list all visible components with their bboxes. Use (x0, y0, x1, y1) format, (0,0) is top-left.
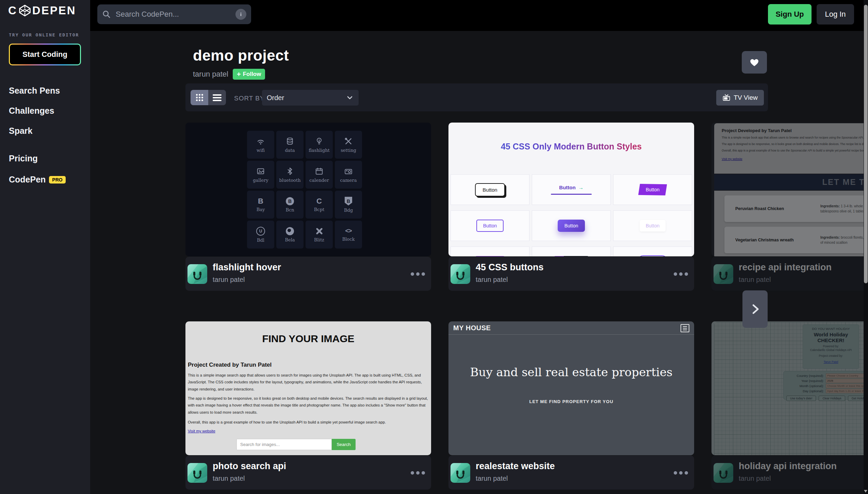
codepen-logo[interactable]: C DEPEN (8, 4, 76, 17)
tile-flashlight: flashlight (306, 131, 333, 159)
more-options-button[interactable] (679, 272, 683, 276)
tile-bdl: UBdl (247, 221, 274, 249)
search-bar[interactable] (97, 4, 251, 24)
avatar[interactable] (451, 463, 470, 483)
site-brand: MY HOUSE (453, 324, 491, 332)
demo-cell: Button (613, 210, 692, 241)
calendar-icon (315, 167, 324, 176)
tile-wifi: wifi (247, 131, 274, 159)
pen-card-45-css-buttons[interactable]: 45 CSS Only Modern Button Styles Button … (448, 123, 694, 291)
pen-preview[interactable]: wifi data flashlight setting gallery blu… (185, 123, 431, 256)
follow-button[interactable]: + Follow (233, 69, 265, 80)
pen-author[interactable]: tarun patel (476, 475, 508, 482)
tv-view-button[interactable]: TV View (716, 90, 764, 106)
chevron-right-icon (748, 302, 762, 316)
page-title: demo project (193, 47, 289, 64)
collection-author-row: tarun patel + Follow (193, 69, 265, 80)
scroll-down-arrow[interactable] (864, 490, 867, 493)
menu-icon[interactable] (681, 324, 689, 332)
pen-title[interactable]: holiday api integration (739, 461, 837, 472)
more-options-button[interactable] (416, 471, 420, 475)
avatar[interactable] (187, 463, 207, 483)
heart-icon (749, 57, 759, 67)
author-link[interactable]: Tarun Patel (824, 360, 838, 364)
sidebar-item-challenges[interactable]: Challenges (9, 106, 54, 116)
pen-title[interactable]: flashlight hover (213, 262, 281, 273)
pen-title[interactable]: recipe api integration (739, 262, 832, 273)
avatar[interactable] (714, 463, 733, 483)
pen-preview[interactable]: MY HOUSE Buy and sell real estate proper… (448, 321, 694, 455)
pen-preview[interactable]: FIND YOUR IMAGE Project Created by Tarun… (185, 321, 431, 455)
pen-card-recipe-api-integration[interactable]: Project Developed by Tarun Patel This is… (711, 123, 868, 291)
log-in-button[interactable]: Log In (817, 4, 854, 25)
carousel-next-button[interactable] (742, 290, 768, 328)
pen-card-realestate-website[interactable]: MY HOUSE Buy and sell real estate proper… (448, 321, 694, 490)
pen-author[interactable]: tarun patel (739, 475, 771, 482)
avatar[interactable] (451, 264, 470, 284)
pen-author[interactable]: tarun patel (739, 276, 771, 284)
country-select[interactable]: Please Choose a Country (826, 373, 868, 378)
visit-website-link[interactable]: Visit my website (188, 429, 215, 433)
demo-button: Button (640, 220, 666, 232)
pen-card-holiday-api-integration[interactable]: DO YOU WANT HOLIDAY World Holiday CHECKE… (711, 321, 868, 490)
brand-b-icon: B (258, 197, 263, 205)
brand-b-shield-icon: B (345, 197, 352, 206)
sort-order-dropdown[interactable]: Order (262, 90, 359, 106)
pen-preview[interactable]: Project Developed by Tarun Patel This is… (711, 123, 868, 256)
pen-card-flashlight-hover[interactable]: wifi data flashlight setting gallery blu… (185, 123, 431, 291)
demo-cell: Button (532, 246, 611, 256)
pen-author[interactable]: tarun patel (213, 276, 245, 284)
clear-holidays-button[interactable]: Clear Holidays (819, 396, 845, 401)
pen-card-photo-search-api[interactable]: FIND YOUR IMAGE Project Created by Tarun… (185, 321, 431, 490)
list-icon (213, 94, 222, 96)
info-icon[interactable] (235, 9, 246, 20)
use-todays-date-button[interactable]: Use today's date! (786, 396, 816, 401)
wifi-icon (256, 137, 265, 146)
sidebar-item-spark[interactable]: Spark (9, 126, 32, 136)
sidebar (0, 0, 90, 494)
tile-camera: camera (335, 161, 362, 189)
pen-author[interactable]: tarun patel (213, 475, 245, 482)
pen-preview[interactable]: DO YOU WANT HOLIDAY World Holiday CHECKE… (711, 321, 868, 455)
sign-up-button[interactable]: Sign Up (768, 4, 812, 25)
image-search-form: Search for images... Search (236, 439, 356, 450)
search-input[interactable] (115, 10, 235, 19)
tile-bdg: BBdg (335, 191, 362, 219)
brand-b-circle-icon: B (286, 197, 294, 205)
bulb-icon (315, 137, 324, 146)
list-view-button[interactable] (208, 90, 226, 105)
image-search-button[interactable]: Search (332, 439, 356, 450)
scrollbar-thumb[interactable] (864, 5, 868, 283)
search-icon (102, 10, 111, 19)
grid-view-button[interactable] (191, 90, 208, 105)
brand-c-icon: C (316, 197, 322, 205)
sidebar-item-pricing[interactable]: Pricing (9, 154, 38, 163)
pen-preview[interactable]: 45 CSS Only Modern Button Styles Button … (448, 123, 694, 256)
page-scrollbar[interactable] (864, 0, 868, 494)
pen-title[interactable]: photo search api (213, 461, 286, 472)
tile-bay: BBay (247, 191, 274, 219)
year-input[interactable]: 2025 (826, 379, 868, 383)
more-options-button[interactable] (679, 471, 683, 475)
sidebar-item-codepen-pro[interactable]: CodePenPRO (9, 175, 66, 185)
pen-card-footer: realestate website tarun patel (448, 456, 694, 490)
avatar[interactable] (187, 264, 207, 284)
pen-author[interactable]: tarun patel (476, 276, 508, 284)
more-options-button[interactable] (416, 272, 420, 276)
month-select[interactable]: Choose Month or leave this option (826, 384, 868, 388)
pen-title[interactable]: realestate website (476, 461, 555, 472)
sidebar-item-search-pens[interactable]: Search Pens (9, 86, 60, 96)
visit-website-link[interactable]: Visit my website (722, 157, 742, 161)
collection-author[interactable]: tarun patel (193, 70, 228, 79)
demo-button: Button (638, 255, 668, 256)
love-collection-button[interactable] (742, 51, 767, 74)
start-coding-button[interactable]: Start Coding (9, 44, 81, 65)
recipe-intro-panel: Project Developed by Tarun Patel This is… (714, 123, 868, 174)
pen-title[interactable]: 45 CSS buttons (476, 262, 544, 273)
avatar[interactable] (714, 264, 733, 284)
day-input[interactable]: Input day from 1-31 or leave this option (826, 389, 868, 393)
tile-gallery: gallery (247, 161, 274, 189)
tile-bela: Bela (276, 221, 304, 249)
image-search-input[interactable]: Search for images... (236, 439, 332, 450)
tile-block: <>Block (335, 221, 362, 249)
